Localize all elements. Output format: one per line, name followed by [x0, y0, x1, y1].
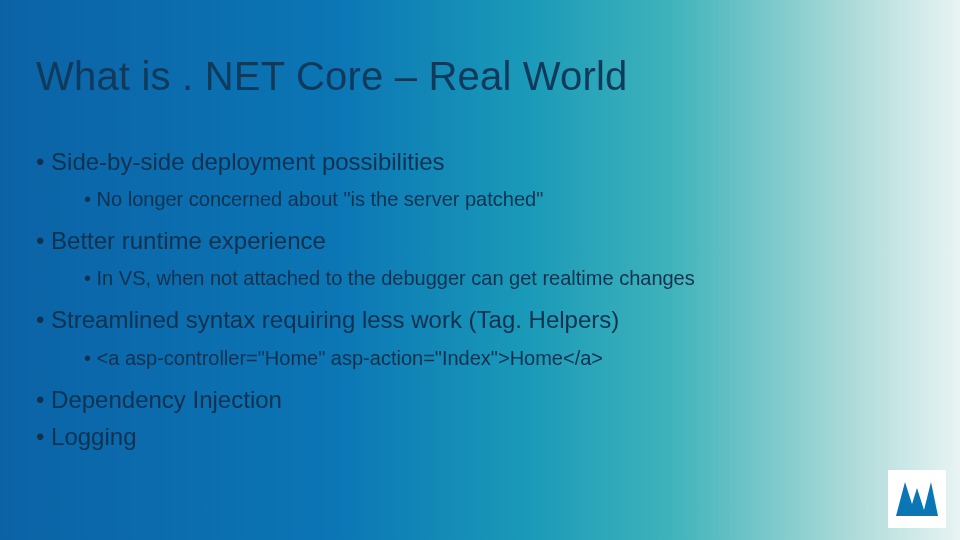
- sub-list: <a asp-controller="Home" asp-action="Ind…: [36, 341, 924, 375]
- slide: What is . NET Core – Real World Side-by-…: [0, 0, 960, 540]
- sub-item: <a asp-controller="Home" asp-action="Ind…: [84, 341, 924, 375]
- sub-item: No longer concerned about "is the server…: [84, 182, 924, 216]
- bullet-item: Streamlined syntax requiring less work (…: [36, 301, 924, 374]
- sub-text: <a asp-controller="Home" asp-action="Ind…: [97, 347, 603, 369]
- bullet-text: Better runtime experience: [51, 227, 326, 254]
- bullet-item: Logging: [36, 418, 924, 455]
- sub-text: No longer concerned about "is the server…: [97, 188, 544, 210]
- bullet-list: Side-by-side deployment possibilities No…: [36, 143, 924, 455]
- sub-list: No longer concerned about "is the server…: [36, 182, 924, 216]
- slide-title: What is . NET Core – Real World: [36, 54, 924, 99]
- bullet-text: Logging: [51, 423, 136, 450]
- bullet-text: Streamlined syntax requiring less work (…: [51, 306, 619, 333]
- mva-logo-icon: [888, 470, 946, 528]
- bullet-item: Side-by-side deployment possibilities No…: [36, 143, 924, 216]
- sub-text: In VS, when not attached to the debugger…: [97, 267, 695, 289]
- bullet-text: Side-by-side deployment possibilities: [51, 148, 445, 175]
- bullet-item: Better runtime experience In VS, when no…: [36, 222, 924, 295]
- bullet-item: Dependency Injection: [36, 381, 924, 418]
- bullet-text: Dependency Injection: [51, 386, 282, 413]
- sub-item: In VS, when not attached to the debugger…: [84, 261, 924, 295]
- sub-list: In VS, when not attached to the debugger…: [36, 261, 924, 295]
